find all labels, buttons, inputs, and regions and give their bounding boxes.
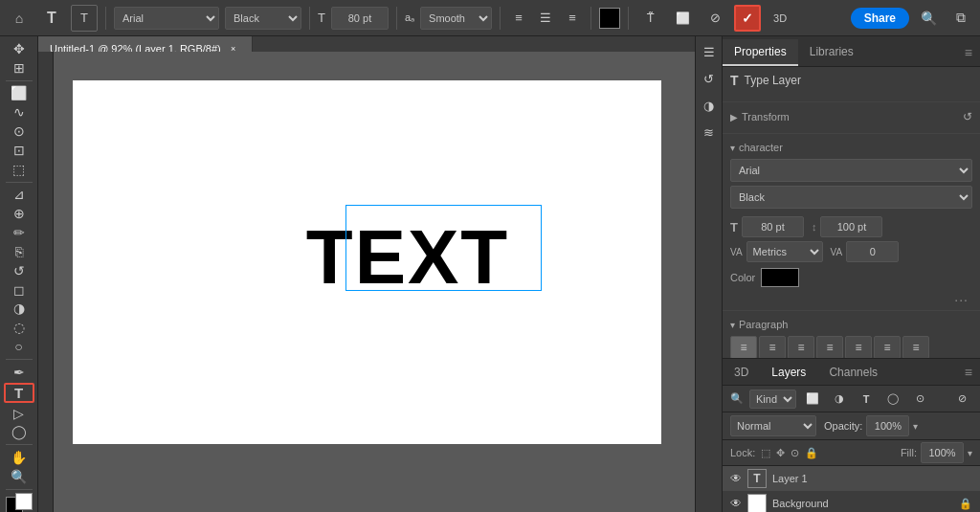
warp-text-button[interactable]: T̃ <box>636 5 663 32</box>
zoom-tool-button[interactable]: 🔍 <box>4 468 34 485</box>
lock-position-icon[interactable]: ✥ <box>776 447 785 459</box>
opacity-input[interactable] <box>866 415 909 436</box>
layers-icon-strip[interactable]: ☰ <box>698 40 721 63</box>
gradient-tool-button[interactable]: ◑ <box>4 301 34 318</box>
tool-divider-2 <box>6 182 33 183</box>
cancel-button[interactable]: ⊘ <box>702 5 728 32</box>
transform-chevron[interactable]: ▶ <box>730 112 738 122</box>
eyedropper-tool-button[interactable]: ⊿ <box>4 186 34 203</box>
home-button[interactable]: ⌂ <box>6 5 33 32</box>
tool-divider-1 <box>6 80 33 81</box>
character-label: character <box>739 142 783 153</box>
para-align-left[interactable]: ≡ <box>730 336 757 359</box>
para-align-justify-all[interactable]: ≡ <box>902 336 929 359</box>
para-align-justify-left[interactable]: ≡ <box>816 336 843 359</box>
bg-visibility-icon[interactable]: 👁 <box>730 497 742 510</box>
3d-button[interactable]: 3D <box>767 5 793 32</box>
opacity-dropdown-arrow[interactable]: ▾ <box>913 421 918 432</box>
font-size-input[interactable] <box>331 7 389 30</box>
para-align-right[interactable]: ≡ <box>788 336 814 359</box>
crop-tool-button[interactable]: ⊡ <box>4 142 34 159</box>
blur-tool-button[interactable]: ◌ <box>4 319 34 336</box>
filter-type-btn[interactable]: T <box>856 389 877 410</box>
divider-5 <box>590 7 591 30</box>
char-font-family-select[interactable]: Arial <box>730 159 972 182</box>
channels-strip-btn[interactable]: ≋ <box>698 121 721 144</box>
kind-select[interactable]: Kind <box>749 390 796 409</box>
filter-toggle-btn[interactable]: ⊘ <box>951 389 972 410</box>
history-brush-button[interactable]: ↺ <box>4 262 34 279</box>
align-left-button[interactable]: ≡ <box>508 8 529 29</box>
transform-reset-icon[interactable]: ↺ <box>963 110 972 123</box>
paragraph-chevron[interactable]: ▾ <box>730 320 735 330</box>
type-tool-options-icon[interactable]: T <box>71 5 98 32</box>
canvas-wrapper[interactable]: TEXT <box>54 52 695 512</box>
filter-smart-btn[interactable]: ⊙ <box>909 389 930 410</box>
filter-shape-btn[interactable]: ◯ <box>882 389 903 410</box>
color-swatches[interactable] <box>4 495 34 512</box>
para-align-justify-right[interactable]: ≡ <box>874 336 901 359</box>
char-kerning-input[interactable] <box>846 241 899 262</box>
char-more-dots[interactable]: ... <box>954 289 969 304</box>
layer-1-item[interactable]: 👁 T Layer 1 <box>723 466 980 491</box>
tab-libraries[interactable]: Libraries <box>798 39 865 66</box>
fill-dropdown-arrow[interactable]: ▾ <box>968 448 972 458</box>
frame-tool-button[interactable]: ⬚ <box>4 161 34 178</box>
text-color-swatch[interactable] <box>599 8 620 29</box>
tab-properties[interactable]: Properties <box>723 39 798 66</box>
align-center-button[interactable]: ☰ <box>535 8 556 29</box>
font-family-select[interactable]: Arial <box>114 7 219 30</box>
lock-pixels-icon[interactable]: ⬚ <box>761 447 770 459</box>
heal-tool-button[interactable]: ⊕ <box>4 205 34 222</box>
dodge-tool-button[interactable]: ○ <box>4 338 34 355</box>
align-right-button[interactable]: ≡ <box>562 8 583 29</box>
history-icon-strip[interactable]: ↺ <box>698 67 721 90</box>
type-tool-icon[interactable]: T <box>38 5 65 32</box>
bg-lock-icon: 🔒 <box>959 498 972 510</box>
char-font-size-input[interactable] <box>742 216 804 237</box>
para-align-center[interactable]: ≡ <box>759 336 786 359</box>
tab-3d[interactable]: 3D <box>723 362 760 383</box>
shape-tool-button[interactable]: ◯ <box>4 423 34 440</box>
character-chevron[interactable]: ▾ <box>730 143 735 153</box>
quick-select-button[interactable]: ⊙ <box>4 122 34 140</box>
anti-alias-select[interactable]: Smooth <box>420 7 492 30</box>
para-align-justify-center[interactable]: ≡ <box>845 336 872 359</box>
hand-tool-button[interactable]: ✋ <box>4 449 34 466</box>
adjustments-icon-strip[interactable]: ◑ <box>698 94 721 117</box>
filter-pixel-btn[interactable]: ⬜ <box>802 389 823 410</box>
type-tool-button[interactable]: T <box>4 383 34 403</box>
path-select-button[interactable]: ▷ <box>4 405 34 422</box>
char-font-weight-select[interactable]: Black <box>730 186 972 209</box>
commit-button[interactable]: ✓ <box>734 5 761 32</box>
canvas-text[interactable]: TEXT <box>306 213 509 301</box>
eraser-tool-button[interactable]: ◻ <box>4 281 34 299</box>
share-button[interactable]: Share <box>851 8 909 29</box>
artboard-tool-button[interactable]: ⊞ <box>4 59 34 77</box>
leading-icon: ↕ <box>812 221 817 233</box>
layer1-visibility-icon[interactable]: 👁 <box>730 472 742 485</box>
lasso-tool-button[interactable]: ∿ <box>4 103 34 121</box>
char-tracking-select[interactable]: Metrics <box>746 241 823 262</box>
frame-button[interactable]: ⬜ <box>669 5 696 32</box>
window-button[interactable]: ⧉ <box>947 5 974 32</box>
background-layer-item[interactable]: 👁 Background 🔒 <box>723 491 980 512</box>
char-color-swatch[interactable] <box>761 268 799 287</box>
marquee-tool-button[interactable]: ⬜ <box>4 84 34 101</box>
clone-tool-button[interactable]: ⎘ <box>4 243 34 260</box>
filter-adj-btn[interactable]: ◑ <box>829 389 850 410</box>
font-weight-select[interactable]: Black <box>225 7 301 30</box>
search-button[interactable]: 🔍 <box>915 5 942 32</box>
layers-panel-more[interactable]: ≡ <box>957 361 980 384</box>
char-leading-input[interactable] <box>820 216 882 237</box>
tab-layers[interactable]: Layers <box>760 362 817 383</box>
tab-channels[interactable]: Channels <box>817 362 889 383</box>
lock-all-icon[interactable]: 🔒 <box>805 447 818 459</box>
panel-tab-more[interactable]: ≡ <box>957 39 980 66</box>
blend-mode-select[interactable]: Normal <box>730 415 816 436</box>
pen-tool-button[interactable]: ✒ <box>4 364 34 381</box>
move-tool-button[interactable]: ✥ <box>4 40 34 57</box>
brush-tool-button[interactable]: ✏ <box>4 224 34 241</box>
lock-artboard-icon[interactable]: ⊙ <box>791 447 799 459</box>
fill-input[interactable] <box>921 442 964 463</box>
